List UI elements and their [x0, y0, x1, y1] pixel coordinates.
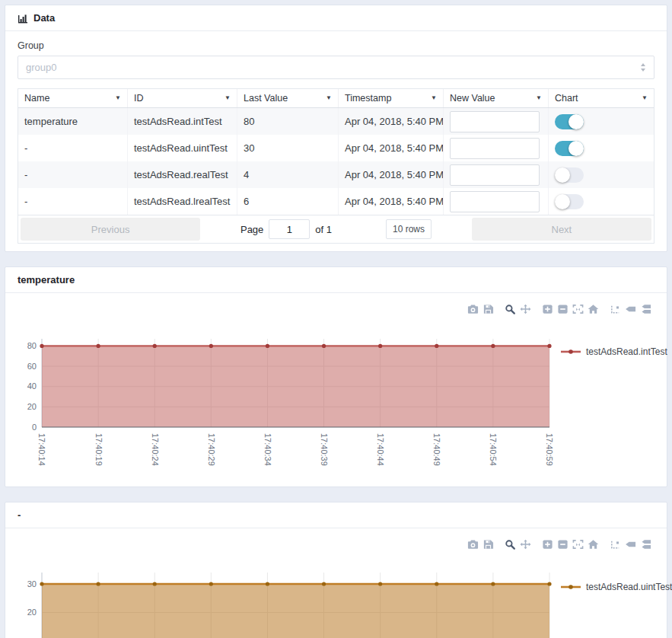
- table-row: temperaturetestAdsRead.intTest80Apr 04, …: [18, 108, 654, 135]
- chart-toggle[interactable]: [555, 194, 584, 209]
- cell-chart: [549, 108, 654, 135]
- column-header-timestamp[interactable]: Timestamp▼: [339, 89, 444, 107]
- toggle-knob: [568, 114, 584, 129]
- toggle-knob: [555, 194, 570, 209]
- autoscale-icon[interactable]: [572, 304, 584, 314]
- page-size-value: 10 rows: [393, 224, 425, 234]
- group-select[interactable]: group0: [18, 56, 654, 79]
- hover-closest-icon[interactable]: [625, 304, 636, 314]
- column-header-last-value[interactable]: Last Value▼: [237, 89, 339, 107]
- column-header-chart[interactable]: Chart▼: [549, 89, 654, 107]
- panel-title: Data: [33, 12, 55, 24]
- cell-chart: [549, 135, 654, 161]
- zoom-out-icon[interactable]: [557, 304, 568, 314]
- data-table: Name▼ID▼Last Value▼Timestamp▼New Value▼C…: [18, 88, 654, 244]
- cell-last-value: 80: [237, 108, 339, 135]
- column-label: Timestamp: [345, 93, 391, 104]
- select-updown-icon: [640, 62, 646, 72]
- chart-body: 102030 testAdsRead.uintTest: [5, 528, 667, 638]
- column-header-name[interactable]: Name▼: [18, 89, 128, 107]
- cell-chart: [549, 161, 654, 188]
- column-label: Name: [24, 93, 49, 104]
- chart-area-row: 102030 testAdsRead.uintTest: [11, 573, 667, 638]
- column-label: Last Value: [244, 93, 288, 104]
- column-filter-arrow-icon[interactable]: ▼: [536, 95, 542, 101]
- svg-text:17:40:39: 17:40:39: [320, 433, 329, 466]
- reset-axes-home-icon[interactable]: [588, 304, 599, 314]
- new-value-input[interactable]: [450, 191, 540, 212]
- area-chart-temperature[interactable]: 02040608017:40:1417:40:1917:40:2417:40:2…: [11, 337, 553, 486]
- table-header-row: Name▼ID▼Last Value▼Timestamp▼New Value▼C…: [18, 89, 654, 108]
- save-icon[interactable]: [483, 304, 494, 314]
- plotly-modebar: [467, 539, 651, 550]
- column-filter-arrow-icon[interactable]: ▼: [431, 95, 437, 101]
- svg-text:20: 20: [27, 608, 37, 617]
- page-size-select[interactable]: 10 rows: [386, 219, 432, 239]
- table-pagination: Previous Page of 1 10 rows Next: [18, 215, 654, 243]
- chart-toggle[interactable]: [555, 167, 584, 183]
- table-row: -testAdsRead.realTest4Apr 04, 2018, 5:40…: [18, 161, 654, 188]
- new-value-input[interactable]: [450, 111, 540, 132]
- zoom-mode-icon[interactable]: [505, 539, 516, 550]
- table-body: temperaturetestAdsRead.intTest80Apr 04, …: [18, 108, 654, 215]
- download-png-icon[interactable]: [467, 304, 479, 314]
- hover-closest-icon[interactable]: [625, 539, 636, 550]
- legend-item[interactable]: testAdsRead.intTest: [559, 346, 667, 357]
- column-filter-arrow-icon[interactable]: ▼: [115, 95, 121, 101]
- chart-toggle[interactable]: [555, 141, 584, 156]
- toggle-spikelines-icon[interactable]: [610, 539, 621, 550]
- column-label: Chart: [555, 93, 578, 104]
- previous-page-button[interactable]: Previous: [21, 218, 200, 241]
- svg-text:0: 0: [32, 423, 37, 432]
- zoom-mode-icon[interactable]: [505, 304, 516, 314]
- page-total-label: of 1: [315, 224, 332, 235]
- autoscale-icon[interactable]: [572, 539, 584, 550]
- download-png-icon[interactable]: [467, 539, 479, 550]
- cell-timestamp: Apr 04, 2018, 5:40 PM: [339, 135, 444, 161]
- svg-text:17:40:44: 17:40:44: [376, 433, 385, 466]
- pan-mode-icon[interactable]: [520, 304, 531, 314]
- column-filter-arrow-icon[interactable]: ▼: [225, 95, 231, 101]
- legend-label: testAdsRead.uintTest: [586, 582, 672, 592]
- cell-id: testAdsRead.realTest: [128, 161, 237, 188]
- svg-text:17:40:24: 17:40:24: [151, 433, 160, 466]
- reset-axes-home-icon[interactable]: [588, 539, 599, 550]
- cell-id: testAdsRead.intTest: [128, 108, 237, 135]
- dashboard-page: Data Group group0 Name▼ID▼Last Value▼Tim…: [0, 0, 672, 638]
- plotly-modebar: [467, 304, 651, 314]
- column-header-id[interactable]: ID▼: [128, 89, 237, 107]
- table-row: -testAdsRead.uintTest30Apr 04, 2018, 5:4…: [18, 135, 654, 161]
- save-icon[interactable]: [483, 539, 494, 550]
- new-value-input[interactable]: [450, 164, 540, 186]
- panel-title: -: [18, 509, 21, 521]
- svg-text:17:40:14: 17:40:14: [37, 433, 46, 466]
- svg-text:30: 30: [27, 579, 37, 589]
- svg-text:40: 40: [27, 381, 37, 391]
- new-value-input[interactable]: [450, 138, 540, 159]
- zoom-in-icon[interactable]: [542, 539, 553, 550]
- zoom-out-icon[interactable]: [557, 539, 568, 550]
- cell-new-value: [444, 135, 549, 161]
- next-page-button[interactable]: Next: [472, 218, 651, 241]
- legend-item[interactable]: testAdsRead.uintTest: [559, 582, 672, 592]
- pan-mode-icon[interactable]: [520, 539, 531, 550]
- cell-name: -: [18, 161, 128, 188]
- column-header-new-value[interactable]: New Value▼: [444, 89, 549, 107]
- column-filter-arrow-icon[interactable]: ▼: [326, 95, 332, 101]
- chart-toggle[interactable]: [555, 114, 584, 129]
- page-number-input[interactable]: [269, 219, 310, 239]
- cell-timestamp: Apr 04, 2018, 5:40 PM: [339, 188, 444, 215]
- toggle-spikelines-icon[interactable]: [610, 304, 621, 314]
- svg-text:17:40:49: 17:40:49: [432, 433, 441, 466]
- hover-compare-icon[interactable]: [640, 539, 651, 550]
- area-chart-uinttest[interactable]: 102030: [11, 573, 553, 638]
- zoom-in-icon[interactable]: [542, 304, 553, 314]
- column-filter-arrow-icon[interactable]: ▼: [642, 95, 648, 101]
- column-label: ID: [134, 93, 144, 104]
- data-panel: Data Group group0 Name▼ID▼Last Value▼Tim…: [5, 5, 667, 252]
- data-panel-body: Group group0 Name▼ID▼Last Value▼Timestam…: [5, 31, 667, 251]
- cell-name: -: [18, 188, 128, 215]
- data-panel-header: Data: [5, 5, 667, 31]
- hover-compare-icon[interactable]: [640, 304, 651, 314]
- svg-text:80: 80: [27, 341, 37, 350]
